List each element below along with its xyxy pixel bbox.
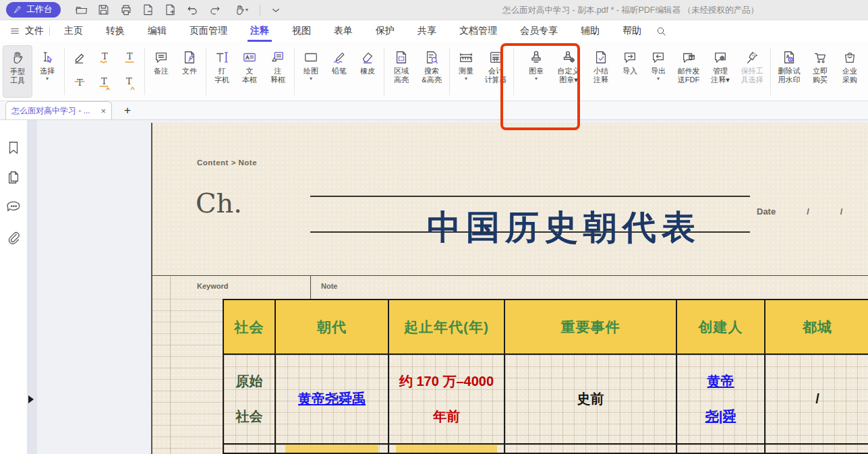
stamp-caret: ▾ — [535, 76, 538, 82]
doc-check-icon — [594, 48, 608, 67]
export-page-icon[interactable] — [141, 3, 155, 17]
new-page-icon[interactable] — [163, 3, 177, 17]
tab-close-icon[interactable]: × — [100, 106, 106, 116]
custom-stamp-label: 自定义 图章▾ — [558, 67, 580, 84]
export-caret: ▾ — [657, 76, 660, 82]
title-rule-top — [310, 196, 750, 197]
summary-notes-button[interactable]: 小结 注释 — [586, 45, 616, 98]
keyword-note-divider — [310, 275, 311, 299]
svg-text:T: T — [126, 76, 132, 86]
founder-link-2[interactable]: 尧|舜 — [705, 407, 736, 426]
eraser-button[interactable]: 橡皮 — [353, 45, 382, 98]
underline-text-icon[interactable]: T — [117, 47, 142, 68]
pushpin-icon — [745, 48, 759, 67]
menu-edit[interactable]: 编辑 — [145, 20, 169, 42]
cell-dynasty: 黄帝尧舜禹 — [276, 355, 389, 443]
buy-now-button[interactable]: 立即 购买 — [805, 45, 835, 98]
print-icon[interactable] — [119, 3, 133, 17]
header-founder: 创建人 — [677, 300, 765, 353]
strikeout-text-icon[interactable]: T — [67, 73, 92, 94]
table-next-row-partial — [224, 443, 868, 453]
ribbon-divider — [294, 48, 295, 95]
document-tab[interactable]: 怎么面对高中学习 - ... × — [5, 101, 112, 119]
open-folder-icon[interactable] — [74, 3, 88, 17]
export-button[interactable]: 导出 ▾ — [644, 45, 672, 98]
area-highlight-icon — [394, 48, 409, 67]
workspace-button[interactable]: 工作台 — [6, 2, 61, 18]
save-icon[interactable] — [96, 3, 111, 17]
keep-tool-selected-button[interactable]: 保持工 具选择 — [736, 45, 768, 98]
typewriter-button[interactable]: 打 字机 — [208, 45, 235, 98]
area-highlight-button[interactable]: 区域 高亮 — [386, 45, 416, 98]
panel-gutter — [27, 120, 37, 454]
menu-form[interactable]: 表单 — [331, 20, 355, 42]
hand-pointer-dropdown-icon[interactable]: ▾ — [230, 3, 252, 17]
redo-icon[interactable] — [208, 3, 222, 17]
accounting-calculator-button[interactable]: 会计 计算器 — [480, 45, 511, 98]
callout-button[interactable]: 注 释框 — [264, 45, 292, 98]
email-fdf-button[interactable]: 邮件发 送FDF — [672, 45, 705, 98]
menu-view[interactable]: 视图 — [289, 20, 314, 42]
panel-expand-arrow[interactable] — [28, 395, 34, 403]
keyword-rule — [152, 275, 868, 276]
titlebar-divider — [260, 5, 260, 16]
header-capital: 都城 — [765, 300, 868, 353]
attachment-icon[interactable] — [6, 231, 21, 246]
new-tab-button[interactable]: + — [124, 104, 131, 119]
callout-icon — [270, 48, 285, 67]
calculator-icon — [488, 48, 503, 67]
note-button[interactable]: 备注 — [147, 45, 175, 98]
select-button[interactable]: 选择 ▾ — [32, 45, 62, 98]
document-workspace: Content > Note Ch. 中国历史朝代表 Date / / Keyw… — [0, 120, 868, 454]
menu-page-management[interactable]: 页面管理 — [187, 20, 230, 42]
rectangle-icon — [303, 48, 319, 67]
insert-text-icon[interactable]: T — [117, 73, 142, 94]
table-row: 原始 社会 黄帝尧舜禹 约 170 万–4000 年前 史前 黄帝 — [224, 353, 868, 443]
undo-icon[interactable] — [185, 3, 200, 17]
ribbon-divider — [513, 48, 514, 95]
header-period: 起止年代(年) — [389, 300, 505, 353]
search-highlight-button[interactable]: 搜索 &高亮 — [416, 45, 447, 98]
menu-home[interactable]: 主页 — [61, 20, 86, 42]
stamp-button[interactable]: 图章 ▾ — [521, 45, 551, 98]
enterprise-purchase-label: 企业 采购 — [842, 67, 857, 84]
hand-tool-button[interactable]: 手型 工具 — [3, 45, 32, 98]
founder-link-1[interactable]: 黄帝 — [707, 372, 734, 391]
remove-trial-watermark-button[interactable]: A 删除试 用水印 — [773, 45, 805, 98]
pages-icon[interactable] — [6, 170, 21, 185]
menu-doc-management[interactable]: 文档管理 — [457, 20, 500, 42]
import-bubble-icon — [623, 48, 637, 67]
text-markup-group: T T T T T — [67, 45, 142, 98]
menu-help[interactable]: 帮助 — [620, 20, 644, 42]
search-highlight-label: 搜索 &高亮 — [422, 67, 441, 84]
replace-text-icon[interactable]: T — [92, 73, 117, 94]
squiggly-underline-icon[interactable]: T — [92, 47, 117, 68]
menu-comment[interactable]: 注释 — [248, 20, 272, 42]
enterprise-purchase-button[interactable]: 企业 采购 — [835, 45, 865, 98]
ribbon-divider — [770, 48, 771, 95]
dynasty-link[interactable]: 黄帝尧舜禹 — [298, 390, 366, 408]
menu-share[interactable]: 共享 — [415, 20, 439, 42]
manage-notes-button[interactable]: 管理 注释▾ — [705, 45, 736, 98]
comments-icon[interactable] — [6, 200, 21, 215]
textbox-button[interactable]: 文 本框 — [235, 45, 264, 98]
eraser-icon — [360, 48, 375, 67]
date-row: Date / / — [757, 206, 865, 217]
drawing-button[interactable]: 绘图 ▾ — [297, 45, 325, 98]
measure-button[interactable]: 测量 ▾ — [452, 45, 480, 98]
custom-stamp-button[interactable]: 自定义 图章▾ — [551, 45, 586, 98]
menu-protect[interactable]: 保护 — [373, 20, 397, 42]
menu-accessibility[interactable]: 辅助 — [578, 20, 602, 42]
pencil-button[interactable]: 铅笔 — [325, 45, 353, 98]
cell-capital: / — [765, 355, 868, 443]
file-attachment-button[interactable]: 文件 — [175, 45, 204, 98]
menu-convert[interactable]: 转换 — [103, 20, 127, 42]
import-button[interactable]: 导入 — [616, 45, 644, 98]
menu-file[interactable]: 文件 — [9, 25, 44, 37]
highlight-text-icon[interactable] — [67, 47, 92, 68]
bookmark-icon[interactable] — [6, 140, 21, 155]
search-icon[interactable] — [654, 24, 668, 38]
menu-member-exclusive[interactable]: 会员专享 — [517, 20, 560, 42]
collapse-ribbon-chevron-icon[interactable] — [268, 3, 283, 17]
ribbon-divider — [144, 48, 145, 95]
